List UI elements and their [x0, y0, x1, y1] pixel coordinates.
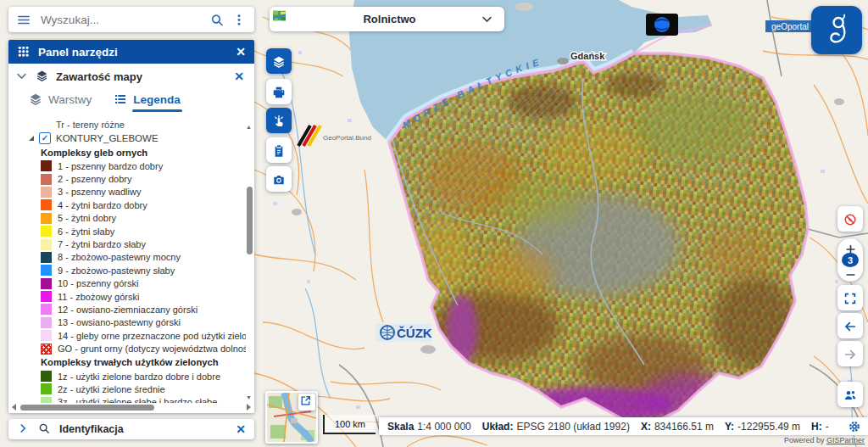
legend-swatch — [41, 278, 52, 289]
tab-label: Legenda — [133, 93, 181, 106]
legend-item-label: 1z - użytki zielone bardzo dobre i dobre — [58, 372, 220, 382]
arrow-right-icon — [843, 347, 857, 360]
map-content-section[interactable]: Zawartość mapy ✕ — [8, 64, 254, 89]
touch-icon — [272, 114, 286, 127]
chevron-down-icon[interactable] — [15, 70, 29, 83]
legend-item: 5 - żytni dobry — [8, 212, 246, 225]
scroll-up-icon[interactable]: ▲ — [246, 124, 252, 130]
legend-item: GO - grunt orny (dotyczy województwa dol… — [8, 342, 246, 355]
legend-swatch — [41, 397, 52, 403]
legend-item: 2z - użytki zielone średnie — [8, 383, 246, 395]
scale-value: 1:4 000 000 — [417, 421, 470, 433]
basemap-label: Rolnictwo — [298, 13, 481, 25]
legend-item: 8 - zbożowo-pastewny mocny — [8, 251, 246, 264]
scroll-left-icon[interactable] — [12, 404, 16, 411]
fullscreen-button[interactable] — [837, 285, 863, 310]
tab-legenda[interactable]: Legenda — [114, 92, 181, 110]
arrow-left-icon — [843, 319, 857, 332]
legend-swatch — [41, 239, 52, 250]
legend-swatch — [41, 371, 52, 382]
clipboard-icon — [272, 143, 286, 157]
legend-item-label: 8 - zbożowo-pastewny mocny — [58, 252, 181, 262]
legend-item-label: 13 - owsiano-pastewny górski — [58, 317, 181, 327]
attribution-link[interactable]: GISPartner — [826, 436, 865, 444]
attribution-prefix: Powered by — [784, 436, 826, 444]
chevron-right-icon[interactable] — [17, 422, 31, 436]
legend-swatch — [41, 226, 52, 237]
search-icon[interactable] — [210, 13, 224, 26]
kebab-icon[interactable] — [232, 13, 246, 26]
list-icon — [114, 92, 127, 106]
legend-section-header: Kompleksy trwałych użytków zielonych — [8, 355, 246, 370]
legend-section-title: Kompleksy gleb ornych — [41, 148, 147, 158]
legend-layer-group[interactable]: ✓ KONTURY_GLEBOWE — [8, 131, 246, 145]
legend-item: 3z - użytki zielone słabe i bardzo słabe — [8, 396, 246, 403]
legend-item: 3 - pszenny wadliwy — [8, 186, 246, 198]
horizontal-scrollbar[interactable] — [20, 405, 154, 411]
gear-icon — [848, 419, 861, 433]
legend-swatch — [41, 187, 52, 198]
legend-list: Tr - tereny różne ✓ KONTURY_GLEBOWEKompl… — [8, 119, 246, 403]
legend-swatch — [41, 317, 52, 328]
legend-item: 14 - gleby orne przeznaczone pod użytki … — [8, 329, 246, 342]
history-back-button[interactable] — [837, 313, 863, 338]
tab-warstwy[interactable]: Warstwy — [29, 92, 92, 110]
community-button[interactable] — [837, 382, 863, 407]
legend-item: 1z - użytki zielone bardzo dobre i dobre — [8, 370, 246, 383]
legend-item-label: 6 - żytni słaby — [58, 226, 114, 237]
menu-icon[interactable] — [17, 13, 31, 26]
legend-item-label: 3z - użytki zielone słabe i bardzo słabe — [58, 397, 217, 403]
section-close-icon[interactable]: ✕ — [234, 70, 244, 82]
h-label: H: — [811, 421, 822, 433]
panel-close-icon[interactable]: ✕ — [236, 46, 246, 58]
zoom-level-badge: 3 — [842, 253, 859, 267]
zoom-out-icon[interactable] — [845, 267, 856, 278]
scale-label: Skala — [387, 421, 414, 433]
geoportal-watermark: geOportal — [765, 20, 815, 32]
geoportal-logo-button[interactable] — [811, 6, 862, 54]
crs-value: EPSG 2180 (układ 1992) — [516, 421, 629, 433]
tracking-off-button[interactable] — [837, 206, 863, 232]
layers-icon — [29, 92, 42, 106]
x-value: 834166.51 m — [654, 421, 714, 433]
legend-item-label: 12 - owsiano-ziemniaczany górski — [58, 305, 198, 315]
legend-swatch — [41, 344, 52, 355]
print-tool-button[interactable] — [266, 79, 292, 104]
basemap-selector[interactable]: Rolnictwo — [270, 7, 504, 31]
scroll-down-icon[interactable]: ▼ — [246, 394, 252, 400]
inset-open-button[interactable] — [298, 394, 315, 411]
layers-tool-button[interactable] — [266, 48, 292, 74]
zoom-in-icon[interactable] — [845, 242, 856, 253]
search-input[interactable] — [39, 13, 202, 27]
y-label: Y: — [725, 421, 734, 433]
identify-close-icon[interactable]: ✕ — [236, 423, 246, 435]
svg-text:Gdańsk: Gdańsk — [570, 51, 605, 61]
globe-marker-icon — [646, 14, 678, 36]
identify-bar[interactable]: Identyfikacja ✕ — [8, 419, 254, 439]
settings-button[interactable] — [848, 419, 863, 434]
layers-icon — [36, 70, 49, 83]
touch-tool-button[interactable] — [266, 108, 292, 133]
screenshot-tool-button[interactable] — [266, 166, 292, 192]
layers-icon — [272, 54, 286, 68]
legend-item: 11 - zbożowy górski — [8, 290, 246, 303]
vertical-scrollbar[interactable] — [247, 187, 253, 254]
y-value: -122955.49 m — [737, 421, 800, 433]
basemap-chevron-icon[interactable] — [481, 13, 494, 26]
attribution: Powered by GISPartner — [784, 436, 865, 444]
clipboard-tool-button[interactable] — [266, 137, 292, 163]
tree-expand-icon[interactable] — [29, 136, 34, 141]
layer-checkbox[interactable]: ✓ — [39, 132, 51, 144]
legend-item-label: 11 - zbożowy górski — [58, 292, 139, 302]
search-bar[interactable] — [8, 7, 254, 32]
legend-item-label: 3 - pszenny wadliwy — [58, 187, 141, 197]
panel-title: Panel narzędzi — [38, 46, 228, 59]
history-forward-button[interactable] — [837, 341, 863, 366]
legend-item: 9 - zbożowo-pastewny słaby — [8, 264, 246, 277]
legend-item-label: GO - grunt orny (dotyczy województwa dol… — [58, 344, 246, 354]
legend-item: 4 - żytni bardzo dobry — [8, 198, 246, 211]
legend-section-header: Kompleksy gleb ornych — [8, 145, 246, 159]
scroll-right-icon[interactable] — [247, 404, 251, 411]
layer-group-label: KONTURY_GLEBOWE — [56, 133, 159, 143]
geoportal-bund-watermark: GeoPortal.Bund — [298, 126, 371, 146]
